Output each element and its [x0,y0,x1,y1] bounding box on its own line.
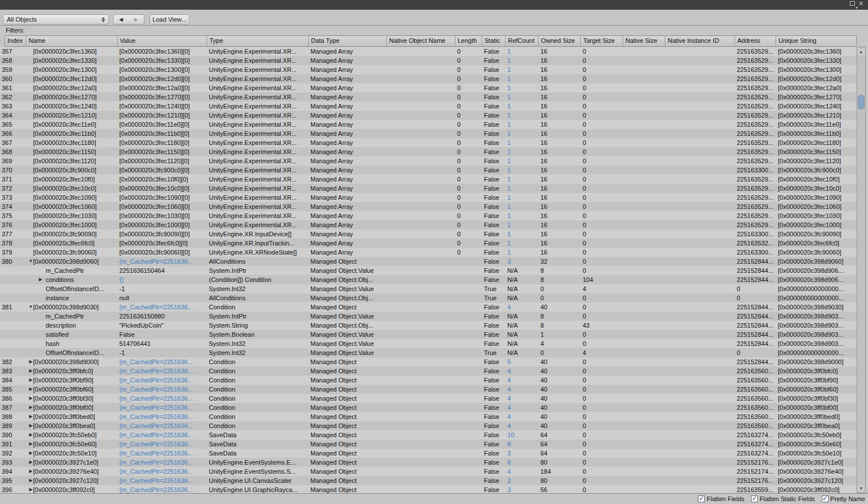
table-row[interactable]: 368[0x0000020c3fec1150][0x0000020c3fec11… [0,147,857,156]
column-header-value[interactable]: Value [118,36,207,46]
scroll-down-icon[interactable]: ▼ [858,485,865,492]
refcount-link[interactable]: 1 [505,65,538,74]
table-row[interactable]: 381▼[0x0000020c398d9030]{m_CachedPtr=225… [0,303,857,312]
value-link[interactable]: {} [117,275,207,284]
value-link[interactable]: {m_CachedPtr=2251636... [117,303,207,312]
column-header-refcount[interactable]: RefCount [506,36,539,46]
pretty-name-checkbox[interactable]: ✓ Pretty Name [822,495,865,502]
flatten-static-fields-checkbox[interactable]: ✓ Flatten Static Fields [751,495,815,502]
refcount-link[interactable]: 1 [505,156,538,166]
value-link[interactable]: {m_CachedPtr=2251636... [117,458,207,467]
table-row[interactable]: 357[0x0000020c3fec1360][0x0000020c3fec13… [0,47,857,56]
load-view-button[interactable]: Load View... [150,14,189,25]
refcount-link[interactable]: 1 [505,239,538,248]
view-mode-dropdown[interactable]: All Objects [3,14,109,25]
value-link[interactable]: {m_CachedPtr=2251636... [117,430,207,440]
table-row[interactable]: 358[0x0000020c3fec1330][0x0000020c3fec13… [0,56,857,65]
refcount-link[interactable]: 1 [505,202,538,211]
refcount-link[interactable]: 4 [505,366,538,376]
refcount-link[interactable]: 1 [505,211,538,220]
refcount-link[interactable]: 3 [505,485,538,493]
table-row[interactable]: 367[0x0000020c3fec1180][0x0000020c3fec11… [0,138,857,147]
refcount-link[interactable]: 1 [505,120,538,129]
refcount-link[interactable]: 1 [505,92,538,102]
foldout-icon[interactable]: ▶ [27,485,34,493]
scroll-up-icon[interactable]: ▲ [858,48,865,55]
column-header-native-object-name[interactable]: Native Object Name [387,36,455,46]
refcount-link[interactable]: 1 [505,83,538,92]
refcount-link[interactable]: 1 [505,193,538,202]
table-row[interactable]: 362[0x0000020c3fec1270][0x0000020c3fec12… [0,92,857,102]
value-link[interactable]: {m_CachedPtr=2251636... [117,394,207,403]
foldout-icon[interactable]: ▶ [27,467,34,476]
refcount-link[interactable]: 1 [505,175,538,184]
foldout-icon[interactable]: ▶ [27,366,34,376]
refcount-link[interactable]: 1 [505,138,538,147]
foldout-icon[interactable]: ▶ [27,412,34,421]
column-header-length[interactable]: Length [455,36,482,46]
value-link[interactable]: {m_CachedPtr=2251636... [117,366,207,376]
value-link[interactable]: {m_CachedPtr=2251636... [117,257,207,266]
table-row[interactable]: 382▶[0x0000020c398d9000]{m_CachedPtr=225… [0,357,857,366]
refcount-link[interactable]: 10 [505,430,538,440]
refcount-link[interactable]: 8 [505,458,538,467]
table-row[interactable]: description"PickedUpCoin"System.StringMa… [0,321,857,330]
refcount-link[interactable]: 3 [505,449,538,458]
column-header-target-size[interactable]: Target Size [581,36,623,46]
foldout-icon[interactable]: ▶ [37,275,44,284]
foldout-icon[interactable]: ▶ [27,440,34,449]
refcount-link[interactable]: 1 [505,229,538,239]
table-row[interactable]: 393▶[0x0000020c3927c1e0]{m_CachedPtr=225… [0,458,857,467]
table-row[interactable]: m_CachedPtr2251636150464System.IntPtrMan… [0,266,857,275]
value-link[interactable]: {m_CachedPtr=2251636... [117,467,207,476]
table-row[interactable]: 363[0x0000020c3fec1240][0x0000020c3fec12… [0,102,857,111]
history-back-button[interactable]: ◀ [113,14,129,25]
flatten-fields-checkbox[interactable]: ✓ Flatten Fields [698,495,744,502]
table-row[interactable]: satisfiedFalseSystem.BooleanManaged Obje… [0,330,857,339]
refcount-link[interactable]: 4 [505,303,538,312]
table-row[interactable]: m_CachedPtr2251636150880System.IntPtrMan… [0,312,857,321]
table-row[interactable]: 372[0x0000020c3fec10c0][0x0000020c3fec10… [0,184,857,193]
column-header-static[interactable]: Static [482,36,506,46]
refcount-link[interactable]: 3 [505,257,538,266]
refcount-link[interactable]: 4 [505,385,538,394]
refcount-link[interactable]: 1 [505,166,538,175]
table-row[interactable]: 377[0x0000020c3fc90090][0x0000020c3fc900… [0,229,857,239]
refcount-link[interactable]: 4 [505,421,538,430]
table-row[interactable]: 373[0x0000020c3fec1090][0x0000020c3fec10… [0,193,857,202]
refcount-link[interactable]: 4 [505,412,538,421]
refcount-link[interactable]: 1 [505,220,538,229]
table-row[interactable]: 392▶[0x0000020c3fc50e10]{m_CachedPtr=225… [0,449,857,458]
foldout-icon[interactable]: ▶ [27,458,34,467]
table-row[interactable]: 385▶[0x0000020c3ff0bf60]{m_CachedPtr=225… [0,385,857,394]
table-row[interactable]: 386▶[0x0000020c3ff0bf30]{m_CachedPtr=225… [0,394,857,403]
value-link[interactable]: {m_CachedPtr=2251636... [117,449,207,458]
table-row[interactable]: 376[0x0000020c3fec1000][0x0000020c3fec10… [0,220,857,229]
foldout-icon[interactable]: ▶ [27,394,34,403]
table-row[interactable]: hash514706441System.Int32Managed Object.… [0,339,857,348]
column-header-index[interactable]: Index [5,36,26,46]
refcount-link[interactable]: 4 [505,394,538,403]
table-row[interactable]: 389▶[0x0000020c3ff0bea0]{m_CachedPtr=225… [0,421,857,430]
value-link[interactable]: {m_CachedPtr=2251636... [117,357,207,366]
table-row[interactable]: 384▶[0x0000020c3ff0bf90]{m_CachedPtr=225… [0,376,857,385]
table-row[interactable]: 378[0x0000020c3fec6fc0][0x0000020c3fec6f… [0,239,857,248]
column-header-type[interactable]: Type [207,36,309,46]
value-link[interactable]: {m_CachedPtr=2251636... [117,485,207,493]
refcount-link[interactable]: 1 [505,147,538,156]
refcount-link[interactable]: 1 [505,74,538,83]
refcount-link[interactable]: 1 [505,47,538,56]
refcount-link[interactable]: 1 [505,56,538,65]
refcount-link[interactable]: 1 [505,111,538,120]
table-row[interactable]: 379[0x0000020c3fc90060][0x0000020c3fc900… [0,248,857,257]
value-link[interactable]: {m_CachedPtr=2251636... [117,476,207,485]
refcount-link[interactable]: 1 [505,129,538,138]
value-link[interactable]: {m_CachedPtr=2251636... [117,412,207,421]
foldout-icon[interactable]: ▼ [27,257,34,266]
column-header-name[interactable]: Name [26,36,118,46]
table-row[interactable]: 366[0x0000020c3fec11b0][0x0000020c3fec11… [0,129,857,138]
table-row[interactable]: 391▶[0x0000020c3fc50e60]{m_CachedPtr=225… [0,440,857,449]
refcount-link[interactable]: 4 [505,403,538,412]
refcount-link[interactable]: 4 [505,376,538,385]
table-row[interactable]: 360[0x0000020c3fec12d0][0x0000020c3fec12… [0,74,857,83]
